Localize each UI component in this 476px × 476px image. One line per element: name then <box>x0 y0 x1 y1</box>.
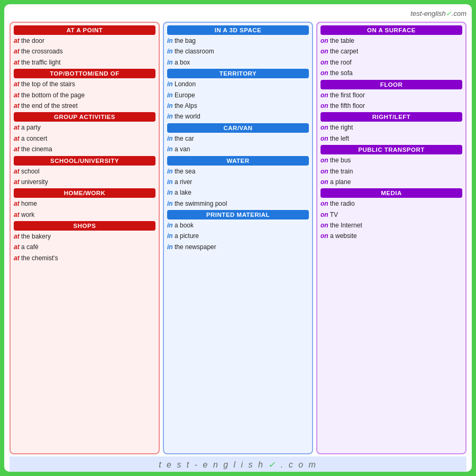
section-header: AT A POINT <box>14 25 155 35</box>
section-header: IN A 3D SPACE <box>167 25 309 35</box>
list-item: at a café <box>14 243 155 252</box>
section-header: FLOOR <box>321 80 462 89</box>
preposition: at <box>14 211 20 218</box>
preposition: on <box>321 69 328 77</box>
list-item: on TV <box>321 210 462 219</box>
list-item: on the Internet <box>321 221 462 230</box>
section-header: SCHOOL/UNIVERSITY <box>14 156 155 166</box>
list-item: in the Alps <box>167 102 309 111</box>
list-item: on the left <box>321 134 462 143</box>
preposition: on <box>321 200 328 207</box>
on-column: ON A SURFACEon the tableon the carpeton … <box>316 22 466 454</box>
preposition: at <box>14 91 20 99</box>
preposition: in <box>167 102 173 109</box>
preposition: at <box>14 48 20 55</box>
preposition: on <box>321 211 328 218</box>
preposition: in <box>167 232 173 240</box>
list-item: on the carpet <box>321 47 462 56</box>
section-header: MEDIA <box>321 188 462 198</box>
preposition: at <box>14 37 20 44</box>
preposition: on <box>321 178 328 186</box>
section-header: SHOPS <box>14 221 155 231</box>
section-header: TERRITORY <box>167 69 309 78</box>
preposition: in <box>167 48 173 55</box>
preposition: in <box>167 189 173 196</box>
preposition: at <box>14 102 20 109</box>
list-item: at the chemist's <box>14 254 155 263</box>
list-item: in a lake <box>167 188 309 197</box>
section-header: PUBLIC TRANSPORT <box>321 145 462 154</box>
preposition: in <box>167 59 173 66</box>
list-item: at a party <box>14 123 155 132</box>
preposition: at <box>14 178 20 186</box>
list-item: on the bus <box>321 156 462 165</box>
list-item: in the newspaper <box>167 243 309 252</box>
list-item: in the swimming pool <box>167 199 309 208</box>
list-item: at home <box>14 199 155 208</box>
list-item: in the sea <box>167 167 309 176</box>
preposition: on <box>321 232 328 240</box>
preposition: in <box>167 145 173 153</box>
list-item: at the end of the street <box>14 102 155 111</box>
in-column: IN A 3D SPACEin the bagin the classroomi… <box>163 22 313 454</box>
list-item: at the traffic light <box>14 58 155 67</box>
preposition: at <box>14 254 20 262</box>
preposition: on <box>321 124 328 131</box>
list-item: at the crossroads <box>14 47 155 56</box>
list-item: at the bottom of the page <box>14 91 155 100</box>
list-item: on the train <box>321 167 462 176</box>
page-inner: test-english✓.com AT A POINTat the doora… <box>4 4 472 472</box>
main-columns: AT A POINTat the doorat the crossroadsat… <box>10 22 466 454</box>
preposition: at <box>14 59 20 66</box>
list-item: at the top of the stairs <box>14 80 155 89</box>
preposition: on <box>321 48 328 55</box>
preposition: in <box>167 222 173 229</box>
list-item: in the bag <box>167 36 309 45</box>
preposition: in <box>167 135 173 142</box>
preposition: at <box>14 124 20 131</box>
preposition: on <box>321 168 328 175</box>
preposition: on <box>321 102 328 109</box>
list-item: on the table <box>321 36 462 45</box>
preposition: at <box>14 168 20 175</box>
preposition: on <box>321 91 328 99</box>
preposition: at <box>14 80 20 88</box>
list-item: on the right <box>321 123 462 132</box>
footer: t e s t - e n g l i s h ✓ . c o m <box>10 456 466 472</box>
website-top: test-english✓.com <box>10 10 466 17</box>
page-outer: test-english✓.com AT A POINTat the doora… <box>0 0 476 476</box>
preposition: in <box>167 80 173 88</box>
preposition: in <box>167 168 173 175</box>
preposition: on <box>321 222 328 229</box>
list-item: on the fifth floor <box>321 102 462 111</box>
list-item: at the door <box>14 36 155 45</box>
list-item: in the world <box>167 112 309 121</box>
preposition: in <box>167 91 173 99</box>
list-item: on the roof <box>321 58 462 67</box>
list-item: on the first floor <box>321 91 462 100</box>
preposition: on <box>321 135 328 142</box>
section-header: HOME/WORK <box>14 188 155 198</box>
list-item: at school <box>14 167 155 176</box>
preposition: at <box>14 200 20 207</box>
preposition: in <box>167 200 173 207</box>
list-item: at a concert <box>14 134 155 143</box>
list-item: in a river <box>167 178 309 187</box>
preposition: in <box>167 243 173 251</box>
section-header: TOP/BOTTOM/END OF <box>14 69 155 78</box>
list-item: in the classroom <box>167 47 309 56</box>
section-header: WATER <box>167 156 309 166</box>
list-item: on the sofa <box>321 69 462 78</box>
list-item: at the bakery <box>14 232 155 241</box>
list-item: in Europe <box>167 91 309 100</box>
list-item: in a picture <box>167 232 309 241</box>
list-item: on the radio <box>321 199 462 208</box>
preposition: in <box>167 37 173 44</box>
list-item: on a website <box>321 232 462 241</box>
preposition: at <box>14 243 20 251</box>
preposition: on <box>321 59 328 66</box>
preposition: on <box>321 37 328 44</box>
preposition: at <box>14 233 20 240</box>
list-item: in a book <box>167 221 309 230</box>
list-item: in London <box>167 80 309 89</box>
